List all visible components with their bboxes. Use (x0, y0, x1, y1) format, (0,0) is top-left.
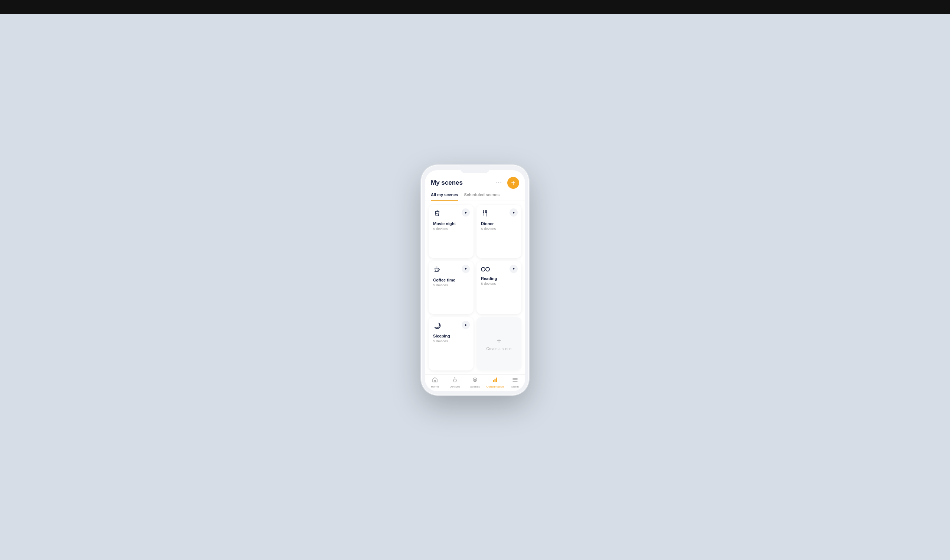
scene-card-movie-night[interactable]: Movie night 5 devices (429, 205, 473, 258)
sleeping-devices: 5 devices (433, 339, 469, 343)
tab-all-scenes[interactable]: All my scenes (431, 192, 458, 201)
movie-night-devices: 5 devices (433, 226, 469, 231)
svg-marker-5 (465, 211, 467, 214)
play-coffee-time-button[interactable] (462, 265, 470, 273)
scene-card-coffee-time[interactable]: Coffee time 5 devices (429, 261, 473, 314)
scenes-grid: Movie night 5 devices (425, 201, 525, 374)
nav-scenes[interactable]: Scenes (465, 377, 485, 388)
svg-marker-8 (513, 211, 515, 214)
devices-icon (452, 377, 458, 384)
movie-night-name: Movie night (433, 222, 469, 226)
play-movie-night-button[interactable] (462, 208, 470, 217)
dinner-devices: 5 devices (481, 226, 517, 231)
svg-rect-22 (496, 377, 497, 382)
notch (460, 165, 490, 173)
svg-rect-16 (434, 380, 436, 382)
create-scene-label: Create a scene (486, 347, 512, 351)
svg-marker-10 (465, 268, 467, 270)
scene-card-dinner[interactable]: Dinner 5 devices (477, 205, 521, 258)
bottom-nav: Home Devices Scenes (425, 374, 525, 391)
scene-card-reading[interactable]: Reading 5 devices (477, 261, 521, 314)
screen: My scenes ··· + All my scenes Scheduled … (425, 170, 525, 391)
reading-devices: 5 devices (481, 282, 517, 286)
svg-point-18 (473, 378, 477, 382)
top-bar (0, 0, 950, 14)
play-dinner-button[interactable] (509, 208, 518, 217)
nav-home[interactable]: Home (425, 377, 445, 388)
svg-point-19 (474, 379, 476, 380)
page-title: My scenes (431, 179, 463, 186)
coffee-time-devices: 5 devices (433, 283, 469, 287)
svg-marker-15 (465, 324, 467, 326)
nav-devices[interactable]: Devices (445, 377, 465, 388)
play-reading-button[interactable] (509, 265, 518, 273)
more-options-button[interactable]: ··· (495, 179, 504, 187)
nav-consumption[interactable]: Consumption (485, 377, 505, 388)
home-label: Home (431, 385, 439, 388)
reading-name: Reading (481, 276, 517, 281)
svg-point-1 (436, 213, 437, 214)
sleeping-name: Sleeping (433, 334, 469, 338)
add-scene-button[interactable]: + (507, 177, 519, 189)
devices-label: Devices (450, 385, 460, 388)
tab-scheduled-scenes[interactable]: Scheduled scenes (464, 192, 500, 201)
svg-rect-20 (493, 380, 494, 382)
header-actions: ··· + (495, 177, 519, 189)
consumption-label: Consumption (486, 385, 504, 388)
svg-point-3 (438, 213, 438, 214)
menu-label: Menu (511, 385, 519, 388)
scene-card-sleeping[interactable]: Sleeping 5 devices (429, 317, 473, 371)
create-scene-card[interactable]: + Create a scene (477, 317, 521, 371)
svg-point-12 (486, 268, 489, 271)
svg-marker-14 (513, 268, 515, 270)
home-icon (432, 377, 438, 384)
svg-point-2 (437, 214, 438, 214)
scenes-icon (472, 377, 478, 384)
svg-rect-21 (495, 378, 496, 382)
scenes-label: Scenes (470, 385, 480, 388)
coffee-time-name: Coffee time (433, 278, 469, 282)
menu-icon (512, 377, 518, 384)
svg-point-11 (481, 268, 485, 271)
phone-shell: My scenes ··· + All my scenes Scheduled … (421, 165, 529, 395)
nav-menu[interactable]: Menu (505, 377, 525, 388)
consumption-icon (492, 377, 498, 384)
create-plus-icon: + (497, 337, 501, 345)
dinner-name: Dinner (481, 222, 517, 226)
tabs-container: All my scenes Scheduled scenes (425, 189, 525, 201)
